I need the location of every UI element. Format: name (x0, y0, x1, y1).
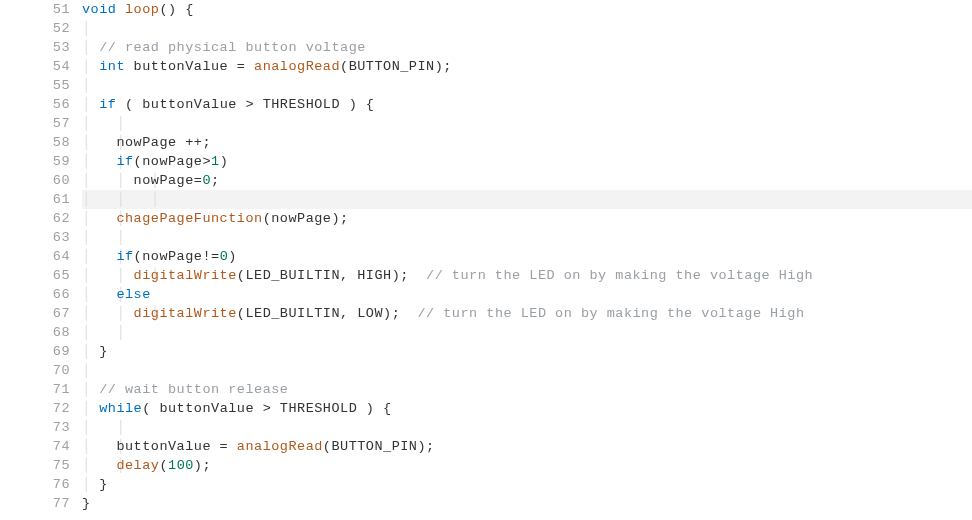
indent-guide: │ │ (82, 418, 134, 437)
line-number: 77 (0, 494, 70, 513)
line-number: 70 (0, 361, 70, 380)
code-text: if(nowPage!=0) (82, 249, 237, 264)
code-line[interactable]: │ } (82, 475, 972, 494)
indent-guide: │ (82, 19, 99, 38)
indent-guide: │ (82, 361, 99, 380)
code-line[interactable]: │ │ │ (82, 190, 972, 209)
line-number: 73 (0, 418, 70, 437)
code-text: else (82, 287, 151, 302)
line-number: 75 (0, 456, 70, 475)
code-line[interactable]: │ (82, 76, 972, 95)
code-text: } (82, 344, 108, 359)
line-number: 54 (0, 57, 70, 76)
code-text: digitalWrite(LED_BUILTIN, LOW); // turn … (82, 306, 805, 321)
line-number: 71 (0, 380, 70, 399)
line-number: 55 (0, 76, 70, 95)
code-line[interactable]: │ │ (82, 418, 972, 437)
code-line[interactable]: │ │ │ nowPage=0; (82, 171, 972, 190)
code-text: nowPage=0; (82, 173, 220, 188)
line-number: 69 (0, 342, 70, 361)
line-number: 74 (0, 437, 70, 456)
code-line[interactable]: } (82, 494, 972, 513)
line-number: 67 (0, 304, 70, 323)
line-number: 52 (0, 19, 70, 38)
code-line[interactable]: │ if ( buttonValue > THRESHOLD ) { (82, 95, 972, 114)
line-number: 51 (0, 0, 70, 19)
code-line[interactable]: void loop() { (82, 0, 972, 19)
code-text: } (82, 477, 108, 492)
line-number: 60 (0, 171, 70, 190)
code-line[interactable]: │ │ (82, 228, 972, 247)
code-text: // read physical button voltage (82, 40, 366, 55)
code-line[interactable]: │ │ buttonValue = analogRead(BUTTON_PIN)… (82, 437, 972, 456)
indent-guide: │ (82, 76, 99, 95)
code-line[interactable]: │ │ if(nowPage>1) (82, 152, 972, 171)
code-line[interactable]: │ │ nowPage ++; (82, 133, 972, 152)
code-line[interactable]: │ (82, 361, 972, 380)
line-number: 62 (0, 209, 70, 228)
indent-guide: │ │ (82, 323, 134, 342)
code-line[interactable]: │ // read physical button voltage (82, 38, 972, 57)
code-text: delay(100); (82, 458, 211, 473)
code-line[interactable]: │ (82, 19, 972, 38)
code-text: digitalWrite(LED_BUILTIN, HIGH); // turn… (82, 268, 813, 283)
line-number-gutter: 5152535455565758596061626364656667686970… (0, 0, 82, 513)
code-text: // wait button release (82, 382, 288, 397)
code-line[interactable]: │ │ │ digitalWrite(LED_BUILTIN, HIGH); /… (82, 266, 972, 285)
code-text: void loop() { (82, 2, 194, 17)
code-line[interactable]: │ │ if(nowPage!=0) (82, 247, 972, 266)
code-line[interactable]: │ │ (82, 323, 972, 342)
line-number: 72 (0, 399, 70, 418)
line-number: 68 (0, 323, 70, 342)
code-line[interactable]: │ while( buttonValue > THRESHOLD ) { (82, 399, 972, 418)
line-number: 65 (0, 266, 70, 285)
code-line[interactable]: │ │ else (82, 285, 972, 304)
line-number: 63 (0, 228, 70, 247)
code-line[interactable]: │ │ delay(100); (82, 456, 972, 475)
code-text: if(nowPage>1) (82, 154, 228, 169)
code-text: int buttonValue = analogRead(BUTTON_PIN)… (82, 59, 452, 74)
code-text: while( buttonValue > THRESHOLD ) { (82, 401, 392, 416)
indent-guide: │ │ (82, 114, 134, 133)
code-line[interactable]: │ int buttonValue = analogRead(BUTTON_PI… (82, 57, 972, 76)
line-number: 57 (0, 114, 70, 133)
line-number: 64 (0, 247, 70, 266)
line-number: 56 (0, 95, 70, 114)
line-number: 59 (0, 152, 70, 171)
code-line[interactable]: │ // wait button release (82, 380, 972, 399)
line-number: 53 (0, 38, 70, 57)
code-text: } (82, 496, 91, 511)
line-number: 61 (0, 190, 70, 209)
code-text: buttonValue = analogRead(BUTTON_PIN); (82, 439, 435, 454)
code-editor[interactable]: 5152535455565758596061626364656667686970… (0, 0, 972, 513)
line-number: 58 (0, 133, 70, 152)
line-number: 66 (0, 285, 70, 304)
code-text: nowPage ++; (82, 135, 211, 150)
indent-guide: │ │ (82, 228, 134, 247)
code-text: if ( buttonValue > THRESHOLD ) { (82, 97, 374, 112)
code-area[interactable]: void loop() {│ │ // read physical button… (82, 0, 972, 513)
indent-guide: │ │ │ (82, 190, 168, 209)
code-line[interactable]: │ │ chagePageFunction(nowPage); (82, 209, 972, 228)
code-line[interactable]: │ │ │ digitalWrite(LED_BUILTIN, LOW); //… (82, 304, 972, 323)
code-line[interactable]: │ } (82, 342, 972, 361)
code-text: chagePageFunction(nowPage); (82, 211, 349, 226)
code-line[interactable]: │ │ (82, 114, 972, 133)
line-number: 76 (0, 475, 70, 494)
